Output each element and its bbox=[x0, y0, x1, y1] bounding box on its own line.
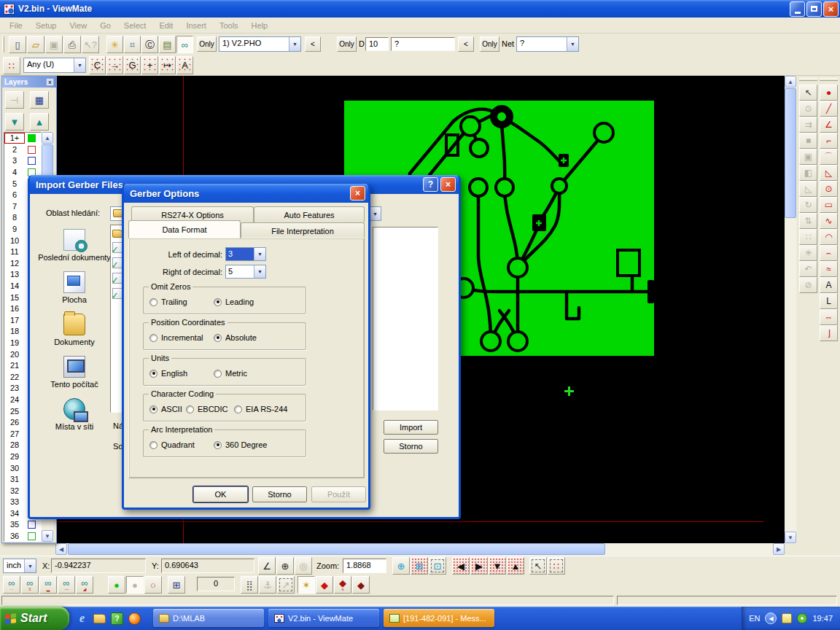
radio-absolute[interactable]: Absolute bbox=[214, 333, 257, 342]
folder-icon[interactable] bbox=[112, 230, 122, 238]
gerber-dialog-titlebar[interactable]: Gerber Options × bbox=[124, 184, 368, 203]
layer-combo-dropdown-icon[interactable] bbox=[289, 37, 300, 51]
dcode-prev-button[interactable]: < bbox=[458, 36, 474, 52]
left-of-decimal-combo[interactable]: 3 bbox=[225, 247, 266, 261]
film-colors-icon[interactable]: ▤ bbox=[159, 36, 176, 53]
draw-polyline-icon[interactable]: ∠ bbox=[820, 117, 838, 133]
view-sketch-icon[interactable]: ∞◢ bbox=[76, 576, 93, 594]
right-of-decimal-dropdown-icon[interactable] bbox=[254, 265, 265, 278]
move-layer-down-icon[interactable]: ▼ bbox=[5, 113, 24, 131]
task-viewmate[interactable]: V2.bin - ViewMate bbox=[268, 609, 379, 627]
menu-go[interactable]: Go bbox=[93, 19, 117, 32]
menu-select[interactable]: Select bbox=[117, 19, 153, 32]
place-documents[interactable]: Dokumenty bbox=[38, 314, 111, 346]
tab-auto-features[interactable]: Auto Features bbox=[254, 206, 365, 222]
mirror-icon[interactable]: ◧ bbox=[799, 165, 817, 181]
restore-button[interactable] bbox=[806, 1, 822, 17]
highlight-on-icon[interactable]: ● bbox=[108, 576, 125, 594]
select-trace-button[interactable]: → bbox=[106, 56, 123, 74]
menu-setup[interactable]: Setup bbox=[29, 19, 63, 32]
view-all-icon[interactable]: ∞··· bbox=[3, 576, 20, 594]
start-button[interactable]: Start bbox=[0, 607, 69, 630]
transform-settings-icon[interactable]: ✳ bbox=[799, 245, 817, 261]
fill-pattern-icon[interactable]: ▣ bbox=[799, 149, 817, 165]
highlight-flash-icon[interactable]: ✳ bbox=[106, 36, 123, 53]
minimize-button[interactable] bbox=[790, 1, 805, 17]
group-icon[interactable]: ⊘ bbox=[799, 277, 817, 293]
layer-row-2[interactable]: 2 bbox=[4, 144, 41, 156]
center-target-icon[interactable]: ⊕ bbox=[276, 557, 294, 575]
vertical-scrollbar[interactable]: ▲ ▼ bbox=[785, 76, 796, 543]
import-button[interactable]: Import bbox=[384, 420, 438, 435]
layers-scroll-down-icon[interactable]: ▼ bbox=[42, 530, 53, 542]
menu-insert[interactable]: Insert bbox=[179, 19, 213, 32]
move-items-icon[interactable]: ⇉ bbox=[799, 117, 817, 133]
layer-table-icon[interactable]: ▦ bbox=[30, 91, 49, 109]
draw-curve-icon[interactable]: ∿ bbox=[820, 213, 838, 229]
view-layers-icon[interactable]: ∞≡ bbox=[21, 576, 39, 594]
scroll-right-icon[interactable]: ▶ bbox=[773, 543, 785, 555]
right-of-decimal-combo[interactable]: 5 bbox=[225, 265, 266, 279]
shear-icon[interactable]: ◺ bbox=[799, 181, 817, 197]
anchor-icon[interactable]: ⚓ bbox=[259, 576, 276, 594]
checked-file-icon[interactable] bbox=[112, 242, 122, 253]
left-of-decimal-dropdown-icon[interactable] bbox=[254, 248, 265, 260]
tab-file-interpretation[interactable]: File Interpretation bbox=[241, 222, 365, 238]
language-indicator[interactable]: EN bbox=[749, 614, 760, 623]
draw-circle-icon[interactable]: ⊙ bbox=[820, 181, 838, 197]
vertical-scroll-thumb[interactable] bbox=[785, 88, 796, 218]
grid-dots-icon[interactable]: ⣿ bbox=[241, 576, 258, 594]
horizontal-scroll-thumb[interactable] bbox=[68, 543, 605, 555]
select-cursor-icon[interactable]: ↖ bbox=[799, 85, 817, 101]
measure-tools-icon[interactable]: ⌗ bbox=[124, 36, 141, 53]
radio-360-degree[interactable]: 360 Degree bbox=[214, 440, 268, 449]
dcode-info-icon[interactable]: Ⓒ bbox=[141, 36, 158, 53]
menu-edit[interactable]: Edit bbox=[152, 19, 179, 32]
place-network[interactable]: Místa v síti bbox=[38, 398, 111, 431]
toolbar-grip[interactable] bbox=[799, 78, 817, 81]
draw-triangle-icon[interactable]: ◺ bbox=[820, 165, 838, 181]
radio-metric[interactable]: Metric bbox=[214, 369, 247, 378]
layer-row-3[interactable]: 3 bbox=[4, 155, 41, 167]
layer-row-36[interactable]: 36 bbox=[4, 531, 41, 542]
only-dcode-button[interactable]: Only bbox=[337, 36, 357, 52]
layer-prev-button[interactable]: < bbox=[305, 36, 321, 52]
layers-close-icon[interactable]: x bbox=[46, 78, 54, 86]
draw-text-icon[interactable]: A bbox=[820, 277, 838, 293]
window-select-icon[interactable]: ↖ bbox=[529, 557, 547, 575]
toolbar-grip[interactable] bbox=[820, 78, 838, 81]
only-layer-button[interactable]: Only bbox=[197, 36, 217, 52]
task-explorer-mlab[interactable]: D:\MLAB bbox=[153, 609, 264, 627]
ie-icon[interactable]: e bbox=[76, 612, 88, 625]
radio-eia-rs-244[interactable]: EIA RS-244 bbox=[234, 405, 287, 413]
radio-leading[interactable]: Leading bbox=[214, 298, 254, 306]
pad-rotate-icon[interactable]: ◆ bbox=[352, 576, 370, 594]
zoom-value-field[interactable]: 1.8868 bbox=[343, 559, 386, 573]
place-recent-documents[interactable]: Poslední dokumenty bbox=[38, 229, 111, 262]
menu-help[interactable]: Help bbox=[245, 19, 275, 32]
tile-windows-icon[interactable]: ⊞ bbox=[168, 576, 185, 594]
tray-expand-icon[interactable]: ◀ bbox=[765, 612, 777, 624]
zoom-window-icon[interactable]: ⊞ bbox=[411, 557, 428, 575]
help-book-icon[interactable]: ? bbox=[111, 612, 123, 625]
place-my-computer[interactable]: Tento počítač bbox=[38, 356, 111, 389]
undo-icon[interactable]: ↶ bbox=[799, 261, 817, 277]
pan-left-icon[interactable]: ◀ bbox=[452, 557, 470, 575]
move-layer-up-icon[interactable]: ▲ bbox=[30, 113, 49, 131]
draw-elbow-icon[interactable]: ⌋ bbox=[820, 325, 838, 341]
snap-point-icon[interactable]: ⊙ bbox=[799, 101, 817, 117]
radio-quadrant[interactable]: Quadrant bbox=[149, 440, 195, 449]
apply-button[interactable]: Použít bbox=[311, 486, 366, 502]
fill-solid-icon[interactable]: ■ bbox=[799, 133, 817, 149]
scroll-left-icon[interactable]: ◀ bbox=[55, 543, 67, 555]
layers-scroll-up-icon[interactable]: ▲ bbox=[42, 132, 53, 144]
draw-arc-point-icon[interactable]: ⌢ bbox=[820, 245, 838, 261]
ok-button[interactable]: OK bbox=[193, 486, 248, 502]
select-filter-dropdown-icon[interactable] bbox=[74, 58, 85, 72]
layer-row-35[interactable]: 35 bbox=[4, 519, 41, 531]
select-text-button[interactable]: A bbox=[176, 56, 193, 74]
zoom-in-icon[interactable]: ⊕ bbox=[392, 557, 410, 575]
draw-sketch-icon[interactable]: ≈ bbox=[820, 261, 838, 277]
firefox-icon[interactable] bbox=[128, 612, 141, 625]
draw-rectangle-icon[interactable]: ▭ bbox=[820, 197, 838, 213]
